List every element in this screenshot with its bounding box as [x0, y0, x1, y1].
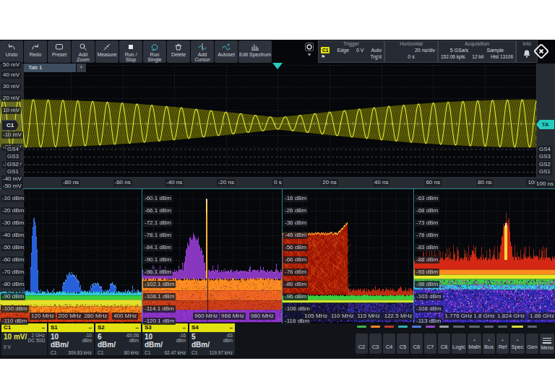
toolbar-button-run-stop[interactable]: Run / Stop	[119, 40, 142, 63]
signal-badge-id: S2	[98, 323, 105, 332]
button-c2[interactable]: C2	[356, 334, 368, 354]
spectrum-x-label: 1.824 GHz	[496, 313, 526, 320]
panel-separator	[413, 189, 414, 323]
horizontal-widget[interactable]: Horizontal 20 ns/div 0 s	[384, 40, 438, 63]
signal-badge-header[interactable]: S1–	[48, 323, 94, 332]
button-c4[interactable]: C4	[383, 334, 395, 354]
signal-badge-rbw: 309.83 kHz	[68, 350, 92, 356]
wave-y-label: 40 mV	[1, 71, 21, 79]
plus-icon: +	[516, 338, 519, 344]
signal-badge-header[interactable]: S4–	[189, 323, 235, 332]
toolbar-button-run-single[interactable]: Run Single	[143, 40, 166, 63]
spectrum-y-label: -76 dBm	[283, 269, 308, 276]
corner-time-label: 100 ns	[535, 180, 555, 188]
spectrum-y-label: -70 dBm	[1, 269, 25, 276]
spectrum-y-label: -93 dBm	[415, 269, 439, 276]
button-c8[interactable]: C8	[438, 334, 450, 354]
spectrum-y-label: -90 dBm	[1, 293, 25, 300]
tab-1[interactable]: Tab 1	[24, 64, 76, 72]
button-math[interactable]: +Math	[468, 334, 481, 354]
toolbar-button-undo[interactable]: Undo	[0, 40, 23, 63]
redo-icon	[31, 42, 40, 52]
minimize-icon[interactable]: –	[230, 323, 233, 332]
signal-badge-source: C1	[98, 350, 103, 356]
acquisition-record-length: 152.06 kpts	[441, 53, 465, 60]
spectrum-y-label: -20 dBm	[1, 207, 25, 214]
signal-badge-header[interactable]: S2–	[95, 323, 141, 332]
gate-label-left: GS1	[6, 168, 20, 175]
spectrum-y-label: -108.1 dBm	[143, 293, 176, 300]
trigger-widget[interactable]: Trigger C1 Edge 0 V Auto ⚑ Trg'd	[318, 40, 384, 63]
spectrum-y-label: -40 dBm	[1, 232, 25, 239]
acquisition-status-button[interactable]: ▼	[304, 40, 315, 63]
gate-label-left: GS4	[6, 146, 20, 153]
toolbar-button-add-cursor[interactable]: Add Cursor	[191, 40, 214, 63]
horizontal-position: 0 s	[408, 53, 414, 60]
spectrum-y-label: -72.1 dBm	[143, 219, 173, 227]
add-tab-button[interactable]: +	[77, 64, 86, 72]
menu-button[interactable]: Menu	[540, 334, 554, 354]
waveform-display[interactable]	[0, 64, 555, 177]
toolbar: UndoRedoPresetAdd ZoomMeasureRun / StopR…	[0, 40, 555, 64]
signal-badge-s4[interactable]: S4–5 dBm/-63 dBmC1119.97 kHz	[189, 323, 235, 355]
toolbar-button-preset[interactable]: Preset	[48, 40, 71, 63]
spectrum-y-label: -114.1 dBm	[143, 305, 176, 313]
spectrum-y-label: -83 dBm	[415, 244, 439, 251]
signal-badge-rbw: 80 kHz	[124, 350, 139, 356]
spectrum-y-label: -108 dBm	[415, 305, 443, 313]
button-gen[interactable]: Gen	[526, 334, 538, 354]
toolbar-button-label: Delete	[171, 52, 186, 57]
button-spec[interactable]: +Spec	[510, 334, 525, 354]
button-c7[interactable]: C7	[424, 334, 436, 354]
toolbar-button-delete[interactable]: Delete	[167, 40, 190, 63]
gate-label-right: GS2	[538, 161, 552, 168]
wave-y-label: -10 mV	[1, 131, 23, 139]
signal-badge-scale: 10 mV/	[4, 333, 27, 341]
time-axis-label: 40 ns	[373, 179, 390, 186]
button-ref[interactable]: +Ref	[496, 334, 509, 354]
signal-badge-source: C1	[192, 350, 197, 356]
toolbar-button-label: Add Cursor	[191, 52, 214, 62]
spectrum-x-label: 200 MHz	[57, 313, 83, 320]
signal-badge-s3[interactable]: S3–10 dBm/-16 dBmC162.47 kHz	[142, 323, 188, 355]
panel-separator	[0, 188, 555, 189]
channel-c1-marker[interactable]: C1	[1, 120, 19, 131]
time-axis-label: 80 ns	[476, 179, 494, 186]
spectrum-y-label: -60.1 dBm	[143, 195, 173, 202]
minimize-icon[interactable]: –	[89, 323, 92, 332]
minimize-icon[interactable]: –	[183, 323, 186, 332]
button-bus[interactable]: +Bus	[483, 334, 495, 354]
minimize-icon[interactable]: –	[42, 323, 45, 332]
signal-badge-source: C1	[51, 350, 56, 356]
spectrum-x-label: 400 MHz	[112, 313, 138, 320]
measure-icon	[103, 42, 111, 52]
toolbar-button-redo[interactable]: Redo	[24, 40, 47, 63]
button-label: Ref	[499, 344, 507, 350]
minimize-icon[interactable]: –	[136, 323, 139, 332]
button-c6[interactable]: C6	[410, 334, 423, 354]
run-stop-icon	[126, 42, 135, 52]
panel-separator	[282, 189, 283, 323]
button-c5[interactable]: C5	[397, 334, 409, 354]
signal-badge-c1[interactable]: C1–10 mV/2 GHzDC 50Ω0 V	[1, 323, 47, 355]
toolbar-button-measure[interactable]: Measure	[95, 40, 119, 63]
toolbar-button-add-zoom[interactable]: Add Zoom	[72, 40, 95, 63]
spectrum-x-label: 980 MHz	[249, 313, 275, 320]
zoom-icon	[79, 42, 87, 52]
signal-badge-id: S1	[51, 323, 58, 332]
signal-badge-s1[interactable]: S1–10 dBm/-10 dBmC1309.83 kHz	[48, 323, 94, 355]
gate-label-right: GS1	[538, 168, 552, 175]
button-c3[interactable]: C3	[369, 334, 382, 354]
wave-y-label: 20 mV	[1, 95, 21, 102]
preset-icon	[55, 42, 64, 52]
gate-label-left: GS3	[6, 153, 20, 160]
toolbar-button-autoset[interactable]: Autoset	[215, 40, 238, 63]
expander-chevron-icon[interactable]: ▼	[307, 52, 312, 57]
spectrum-x-label: 1.86 GHz	[528, 313, 555, 320]
signal-badge-s2[interactable]: S2–6 dBm/-60.06 dBmC180 kHz	[95, 323, 141, 355]
toolbar-button-edit-spectrum[interactable]: Edit Spectrum	[238, 40, 272, 63]
trigger-position-marker[interactable]	[272, 63, 283, 69]
signal-badge-scale: 10 dBm/	[51, 333, 76, 349]
button-logic[interactable]: Logic	[452, 334, 466, 354]
acquisition-widget[interactable]: Acquisition 5 GSa/s Sample 152.06 kpts 1…	[438, 40, 516, 63]
